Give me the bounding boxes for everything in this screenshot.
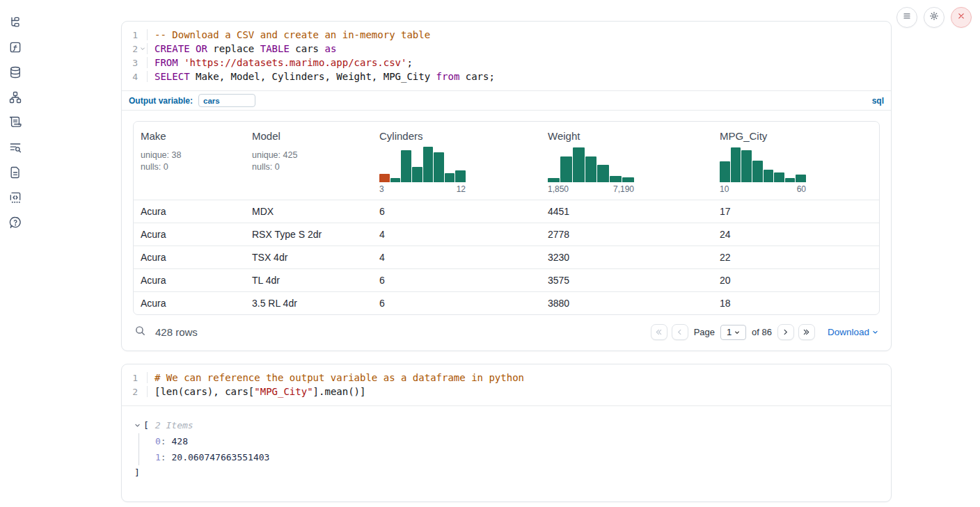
histogram-bar[interactable]: [434, 152, 444, 182]
list-output-tree: [ 2 Items 0: 4281: 20.060747663551403 ]: [133, 415, 880, 488]
histogram-bar[interactable]: [412, 167, 422, 182]
histogram-max-label: 60: [797, 184, 806, 194]
graph-icon[interactable]: [8, 90, 22, 104]
histogram-bar[interactable]: [610, 176, 622, 182]
table-cell: 20: [713, 269, 879, 291]
column-header-mpg_city[interactable]: MPG_City1060: [713, 122, 879, 200]
shutdown-button[interactable]: [951, 7, 972, 28]
tree-entry-value: 428: [171, 436, 187, 446]
histogram-bar[interactable]: [731, 147, 741, 182]
line-number: 4: [122, 72, 147, 82]
sql-code-line[interactable]: 4SELECT Make, Model, Cylinders, Weight, …: [122, 70, 891, 83]
column-header-model[interactable]: Modelunique: 425nulls: 0: [245, 122, 372, 200]
page-select[interactable]: 1: [720, 325, 746, 340]
list-search-icon[interactable]: [8, 140, 22, 154]
histogram-bar[interactable]: [774, 172, 784, 182]
table-cell: TL 4dr: [245, 269, 372, 291]
settings-button[interactable]: [924, 7, 945, 28]
code-snippet-icon[interactable]: [8, 191, 22, 204]
python-code-line[interactable]: 1# We can reference the output variable …: [122, 371, 891, 385]
sidebar-panel-rail: [0, 0, 31, 507]
column-header-make[interactable]: Makeunique: 38nulls: 0: [134, 122, 245, 200]
last-page-button[interactable]: [798, 324, 815, 340]
row-count: 428 rows: [155, 326, 198, 338]
tree-entry[interactable]: 0: 428: [155, 433, 880, 449]
menu-button[interactable]: [896, 7, 917, 28]
table-cell: Acura: [134, 246, 245, 268]
data-table: Makeunique: 38nulls: 0Modelunique: 425nu…: [133, 121, 880, 315]
help-bubble-icon[interactable]: [8, 216, 22, 230]
histogram-bar[interactable]: [455, 170, 466, 182]
first-page-button[interactable]: [651, 324, 667, 340]
download-button[interactable]: Download: [828, 327, 878, 337]
download-label: Download: [828, 327, 869, 337]
line-number: 3: [122, 58, 147, 68]
search-icon[interactable]: [134, 325, 146, 339]
histogram-bar[interactable]: [445, 173, 455, 182]
histogram-bar[interactable]: [741, 150, 752, 182]
table-cell: 4451: [541, 200, 713, 223]
page-total-label: of 86: [752, 327, 772, 337]
table-row[interactable]: AcuraTSX 4dr4323022: [134, 246, 879, 268]
histogram-bar[interactable]: [548, 178, 560, 182]
python-code-line[interactable]: 2[len(cars), cars["MPG_City"].mean()]: [122, 385, 891, 399]
histogram-bar[interactable]: [390, 178, 401, 182]
histogram-bar[interactable]: [401, 150, 411, 182]
histogram-max-label: 7,190: [613, 184, 634, 194]
line-number: 1: [122, 373, 147, 383]
sql-code-line[interactable]: 2CREATE OR replace TABLE cars as: [122, 42, 891, 56]
tree-entry[interactable]: 1: 20.060747663551403: [155, 449, 880, 465]
tree-items-count: 2 Items: [155, 420, 193, 430]
sql-code-line[interactable]: 1-- Download a CSV and create an in-memo…: [122, 28, 891, 42]
sql-code-editor[interactable]: 1-- Download a CSV and create an in-memo…: [122, 22, 891, 90]
next-page-button[interactable]: [777, 324, 794, 340]
column-header-cylinders[interactable]: Cylinders312: [372, 122, 541, 200]
output-variable-input[interactable]: [198, 94, 255, 107]
histogram-bar[interactable]: [752, 161, 763, 182]
histogram-bar[interactable]: [560, 156, 572, 182]
sql-code-line[interactable]: 3FROM 'https://datasets.marimo.app/cars.…: [122, 56, 891, 70]
file-tree-icon[interactable]: [8, 15, 22, 29]
table-cell: 18: [713, 292, 879, 314]
column-label: MPG_City: [720, 130, 872, 142]
chevron-down-icon: [872, 329, 878, 335]
database-icon[interactable]: [8, 65, 22, 79]
column-stats: unique: 425nulls: 0: [252, 150, 365, 173]
histogram-bar[interactable]: [720, 161, 730, 182]
line-number: 2: [122, 387, 147, 397]
document-icon[interactable]: [8, 166, 22, 179]
table-cell: 4: [372, 246, 541, 268]
histogram-bar[interactable]: [764, 170, 774, 182]
histogram-bar[interactable]: [379, 174, 390, 182]
output-variable-row: Output variable: sql: [122, 90, 891, 110]
histogram-bar[interactable]: [622, 177, 634, 182]
scroll-icon[interactable]: [8, 115, 22, 129]
previous-page-button[interactable]: [672, 324, 688, 340]
histogram-bar[interactable]: [585, 156, 597, 182]
table-cell: 22: [713, 246, 879, 268]
table-cell: 3.5 RL 4dr: [245, 292, 372, 314]
table-row[interactable]: AcuraMDX6445117: [134, 200, 879, 223]
table-footer: 428 rows Page 1: [133, 315, 880, 342]
table-row[interactable]: AcuraTL 4dr6357520: [134, 268, 879, 291]
histogram-bar[interactable]: [796, 175, 806, 182]
table-cell: 4: [372, 223, 541, 246]
tree-open-bracket: [: [143, 420, 149, 430]
table-row[interactable]: AcuraRSX Type S 2dr4277824: [134, 223, 879, 246]
column-header-weight[interactable]: Weight1,8507,190: [541, 122, 713, 200]
tree-collapse-icon[interactable]: [134, 422, 141, 428]
histogram-bar[interactable]: [573, 147, 585, 182]
histogram-bar[interactable]: [597, 165, 609, 182]
table-row[interactable]: Acura3.5 RL 4dr6388018: [134, 291, 879, 314]
column-label: Make: [141, 130, 238, 142]
column-label: Weight: [548, 130, 706, 142]
fold-chevron-icon[interactable]: [138, 46, 147, 51]
table-cell: 3230: [541, 246, 713, 268]
line-number: 1: [122, 30, 147, 40]
language-badge[interactable]: sql: [872, 96, 884, 106]
histogram-bar[interactable]: [423, 147, 434, 182]
python-code-editor[interactable]: 1# We can reference the output variable …: [122, 364, 891, 405]
column-stats: unique: 38nulls: 0: [141, 150, 238, 173]
function-icon[interactable]: [8, 40, 22, 54]
histogram-bar[interactable]: [785, 178, 796, 182]
